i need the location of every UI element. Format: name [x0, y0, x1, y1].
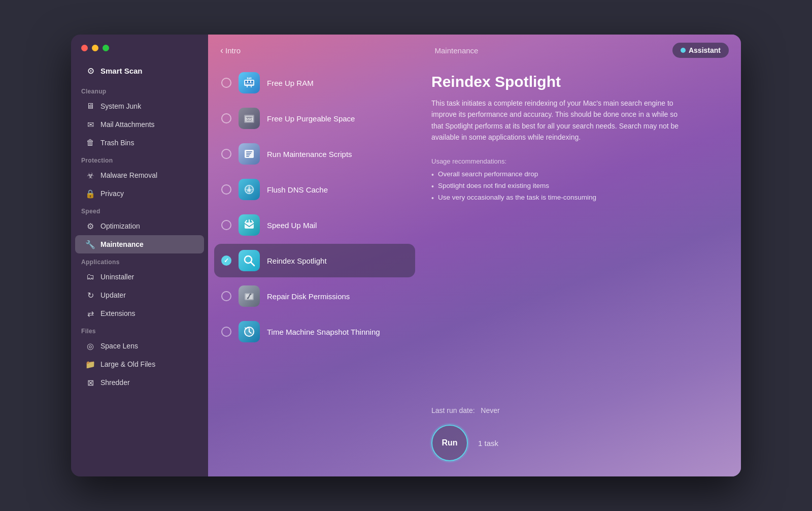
sidebar-section-applications: Applications: [71, 253, 208, 268]
sidebar-label-space-lens: Space Lens: [100, 342, 138, 350]
svg-rect-2: [248, 81, 250, 83]
task-label-free-up-purgeable: Free Up Purgeable Space: [267, 114, 355, 123]
speed-up-mail-icon: [239, 214, 260, 236]
time-machine-thinning-icon: [239, 321, 260, 342]
task-item-free-up-purgeable[interactable]: SSD Free Up Purgeable Space: [214, 102, 415, 135]
shredder-icon: ⊠: [85, 377, 95, 388]
svg-rect-5: [247, 86, 248, 87]
minimize-button[interactable]: [92, 45, 98, 51]
svg-point-25: [247, 298, 249, 299]
repair-disk-permissions-icon: [239, 285, 260, 307]
task-label-run-maintenance-scripts: Run Maintenance Scripts: [267, 150, 352, 158]
sidebar-section-speed: Speed: [71, 203, 208, 217]
task-radio-repair-disk-permissions[interactable]: [221, 291, 231, 301]
last-run: Last run date: Never: [431, 406, 723, 414]
task-item-free-up-ram[interactable]: RAM Free Up RAM: [214, 66, 415, 100]
task-count: 1 task: [478, 439, 498, 448]
run-row: Run 1 task: [431, 425, 723, 461]
task-list: RAM Free Up RAM SSD: [208, 58, 421, 476]
task-label-time-machine-thinning: Time Machine Snapshot Thinning: [267, 328, 380, 336]
run-label: Run: [442, 438, 457, 448]
sidebar: ⊙ Smart Scan Cleanup 🖥 System Junk ✉ Mai…: [71, 35, 208, 476]
last-run-label: Last run date:: [431, 406, 475, 414]
task-radio-free-up-purgeable[interactable]: [221, 113, 231, 123]
back-chevron-icon: ‹: [220, 45, 223, 56]
task-item-speed-up-mail[interactable]: Speed Up Mail: [214, 208, 415, 242]
sidebar-item-mail-attachments[interactable]: ✉ Mail Attachments: [75, 115, 204, 134]
main-content: ‹ Intro Maintenance Assistant: [208, 35, 741, 476]
assistant-label: Assistant: [689, 46, 721, 54]
optimization-icon: ⚙: [85, 221, 95, 231]
task-item-flush-dns-cache[interactable]: DNS Flush DNS Cache: [214, 173, 415, 206]
space-lens-icon: ◎: [85, 341, 95, 351]
task-item-run-maintenance-scripts[interactable]: Run Maintenance Scripts: [214, 137, 415, 171]
sidebar-label-maintenance: Maintenance: [100, 240, 144, 248]
maximize-button[interactable]: [103, 45, 109, 51]
svg-rect-3: [251, 81, 253, 83]
svg-rect-13: [246, 151, 252, 152]
mail-attachments-icon: ✉: [85, 119, 95, 130]
content-area: RAM Free Up RAM SSD: [208, 58, 741, 476]
task-radio-flush-dns-cache[interactable]: [221, 184, 231, 195]
task-radio-run-maintenance-scripts[interactable]: [221, 149, 231, 159]
topbar: ‹ Intro Maintenance Assistant: [208, 35, 741, 58]
svg-rect-12: [245, 150, 254, 158]
task-item-time-machine-thinning[interactable]: Time Machine Snapshot Thinning: [214, 315, 415, 348]
sidebar-item-malware-removal[interactable]: ☣ Malware Removal: [75, 166, 204, 184]
task-item-repair-disk-permissions[interactable]: Repair Disk Permissions: [214, 279, 415, 313]
system-junk-icon: 🖥: [85, 101, 95, 111]
sidebar-label-extensions: Extensions: [100, 309, 135, 317]
detail-title: Reindex Spotlight: [431, 73, 723, 90]
free-up-ram-icon: RAM: [239, 72, 260, 93]
sidebar-label-mail-attachments: Mail Attachments: [100, 120, 155, 129]
sidebar-item-optimization[interactable]: ⚙ Optimization: [75, 217, 204, 235]
assistant-dot-icon: [681, 48, 686, 53]
sidebar-label-privacy: Privacy: [100, 189, 124, 198]
sidebar-item-maintenance[interactable]: 🔧 Maintenance: [75, 235, 204, 253]
sidebar-label-uninstaller: Uninstaller: [100, 273, 134, 281]
svg-text:DNS: DNS: [247, 189, 251, 192]
task-radio-reindex-spotlight[interactable]: [221, 256, 231, 266]
extensions-icon: ⇄: [85, 308, 95, 318]
trash-bins-icon: 🗑: [85, 138, 95, 148]
assistant-button[interactable]: Assistant: [672, 43, 729, 58]
sidebar-item-smart-scan[interactable]: ⊙ Smart Scan: [75, 60, 204, 81]
task-radio-time-machine-thinning[interactable]: [221, 327, 231, 337]
app-window: ⊙ Smart Scan Cleanup 🖥 System Junk ✉ Mai…: [71, 35, 741, 476]
updater-icon: ↻: [85, 290, 95, 300]
sidebar-item-space-lens[interactable]: ◎ Space Lens: [75, 337, 204, 355]
detail-panel: Reindex Spotlight This task initiates a …: [421, 58, 741, 476]
sidebar-section-cleanup: Cleanup: [71, 83, 208, 97]
sidebar-item-trash-bins[interactable]: 🗑 Trash Bins: [75, 134, 204, 152]
usage-recommendations-label: Usage recommendations:: [431, 157, 723, 165]
sidebar-item-extensions[interactable]: ⇄ Extensions: [75, 304, 204, 323]
task-item-reindex-spotlight[interactable]: Reindex Spotlight: [214, 244, 415, 277]
sidebar-item-uninstaller[interactable]: 🗂 Uninstaller: [75, 268, 204, 286]
svg-rect-1: [245, 81, 247, 83]
large-old-files-icon: 📁: [85, 359, 95, 369]
flush-dns-cache-icon: DNS: [239, 179, 260, 200]
sidebar-item-privacy[interactable]: 🔒 Privacy: [75, 184, 204, 203]
sidebar-item-large-old-files[interactable]: 📁 Large & Old Files: [75, 355, 204, 373]
usage-item-1: Overall search performance drop: [431, 170, 723, 179]
usage-list: Overall search performance drop Spotligh…: [431, 170, 723, 202]
svg-text:SSD: SSD: [246, 117, 253, 121]
uninstaller-icon: 🗂: [85, 272, 95, 282]
run-button[interactable]: Run: [431, 425, 468, 461]
svg-rect-16: [246, 156, 249, 157]
close-button[interactable]: [81, 45, 88, 51]
task-radio-free-up-ram[interactable]: [221, 78, 231, 88]
usage-item-2: Spotlight does not find existing items: [431, 182, 723, 190]
sidebar-item-shredder[interactable]: ⊠ Shredder: [75, 373, 204, 392]
svg-rect-14: [246, 153, 251, 154]
topbar-title: Maintenance: [435, 46, 479, 55]
sidebar-item-system-junk[interactable]: 🖥 System Junk: [75, 97, 204, 115]
reindex-spotlight-icon: [239, 250, 260, 271]
back-button[interactable]: ‹ Intro: [220, 45, 241, 56]
task-radio-speed-up-mail[interactable]: [221, 220, 231, 230]
sidebar-item-updater[interactable]: ↻ Updater: [75, 286, 204, 304]
sidebar-section-protection: Protection: [71, 152, 208, 166]
task-label-speed-up-mail: Speed Up Mail: [267, 221, 317, 230]
back-label: Intro: [225, 46, 241, 55]
svg-point-26: [250, 294, 252, 295]
